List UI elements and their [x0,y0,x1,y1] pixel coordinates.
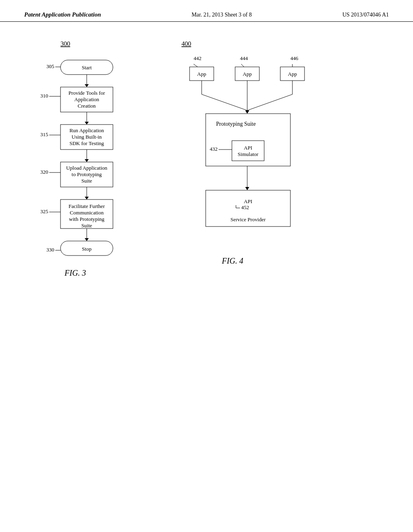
arrowhead-1 [85,84,89,87]
fig3-caption: FIG. 3 [64,268,86,277]
fig4-caption: FIG. 4 [221,256,243,265]
app-label-446: App [288,71,297,77]
node-325-line3: with Prototyping [69,216,104,222]
label-442: 442 [194,55,202,61]
app-label-442: App [197,71,206,77]
main-content: 300 305 Start 310 Provide Tools for Appl… [0,22,413,402]
label-446: 446 [290,55,298,61]
node-325-line1: Facilitate Further [69,203,105,209]
line-442-diag [202,94,247,110]
fig4-container: 400 442 App 444 App 446 App [169,38,389,402]
fig3-diagram: 300 305 Start 310 Provide Tools for Appl… [24,38,145,360]
label-320: 320 [40,169,48,175]
arrowhead-4 [85,197,89,200]
label-305: 305 [46,63,54,69]
app-label-444: App [243,71,252,77]
node-315-line2: Using Built-in [72,134,102,140]
page-header: Patent Application Publication Mar. 21, … [0,0,413,22]
label-452: 452 [241,204,249,210]
arrowhead-to-suite [245,110,249,114]
node-320-line1: Upload Application [66,165,108,171]
sp-title: Service Provider [230,216,266,222]
header-title: Patent Application Publication [24,11,101,18]
node-stop-label: Stop [82,246,92,252]
header-patent-number: US 2013/074046 A1 [342,12,389,18]
api-sim-box [232,141,264,161]
node-325-line4: Suite [81,222,92,229]
node-320-line2: to Prototyping [72,171,102,177]
node-310-line1: Provide Tools for [69,90,105,96]
label-310: 310 [40,93,48,99]
sp-api-label: API [244,198,252,204]
arrowhead-5 [85,238,89,241]
line-446-diag [247,94,292,110]
label-432: 432 [210,146,218,152]
node-310-line2: Application [74,96,99,102]
node-320-line3: Suite [81,178,92,184]
fig3-container: 300 305 Start 310 Provide Tools for Appl… [24,38,145,402]
label-325: 325 [40,208,48,214]
label-315: 315 [40,131,48,137]
node-315-line3: SDK for Testing [69,140,104,146]
api-sim-line1: API [244,145,252,151]
node-315-line1: Run Application [69,127,104,133]
brace-444 [241,64,244,67]
brace-442 [194,64,198,67]
api-sim-line2: Simulator [238,151,259,157]
node-325-line2: Communication [70,210,104,216]
node-start-label: Start [82,64,92,71]
suite-title: Prototyping Suite [216,121,256,127]
label-444: 444 [240,55,248,61]
header-date-sheet: Mar. 21, 2013 Sheet 3 of 8 [192,12,252,18]
arrowhead-2 [85,122,89,125]
label-330: 330 [46,247,54,253]
arrowhead-3 [85,159,89,162]
node-310-line3: Creation [78,103,96,109]
fig4-diagram: 400 442 App 444 App 446 App [169,38,339,401]
fig3-label-300: 300 [60,40,70,47]
arrowhead-to-sp [245,187,249,190]
fig4-label-400: 400 [181,40,191,47]
